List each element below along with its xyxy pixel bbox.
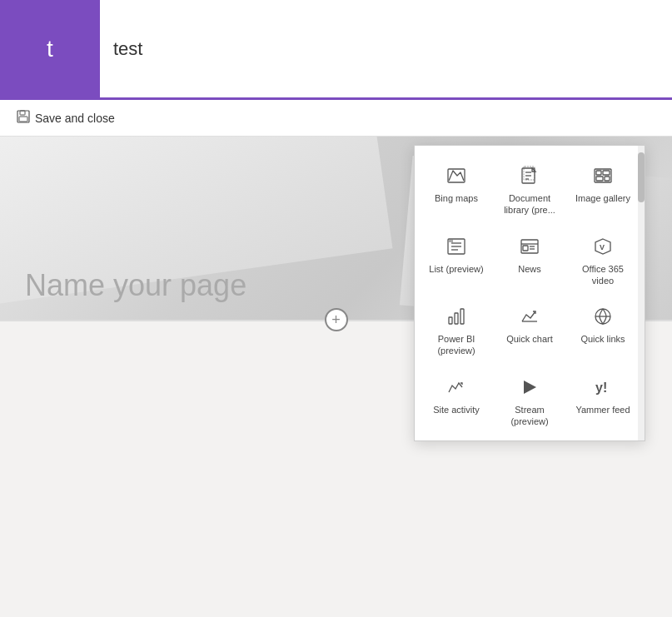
widget-label-news: News: [518, 263, 541, 275]
site-activity-icon: [446, 376, 466, 399]
svg-rect-27: [460, 309, 464, 324]
save-icon: [17, 110, 30, 127]
svg-rect-10: [596, 171, 601, 175]
widget-item-quick-chart[interactable]: Quick chart: [495, 296, 565, 364]
logo-letter: t: [47, 36, 53, 62]
widget-label-power-bi: Power BI (preview): [425, 333, 488, 357]
svg-rect-1: [20, 111, 25, 115]
yammer-feed-icon: y!: [593, 376, 613, 399]
scrollbar-track: [638, 146, 645, 440]
svg-rect-2: [19, 117, 27, 122]
page-area: Name your page + Bing maps Document libr…: [0, 137, 672, 617]
widget-label-office365-video: Office 365 video: [571, 263, 635, 287]
save-close-button[interactable]: Save and close: [10, 107, 122, 130]
widget-item-power-bi[interactable]: Power BI (preview): [421, 296, 491, 364]
site-title: test: [113, 38, 142, 60]
svg-rect-12: [596, 177, 603, 181]
widget-item-quick-links[interactable]: Quick links: [568, 296, 638, 364]
widget-item-document-library[interactable]: Document library (pre...: [495, 156, 565, 223]
widget-item-news[interactable]: News: [495, 226, 565, 294]
image-gallery-icon: [593, 164, 613, 187]
quick-chart-icon: [520, 305, 540, 328]
widget-label-image-gallery: Image gallery: [575, 192, 630, 204]
toolbar: Save and close: [0, 100, 672, 137]
svg-rect-11: [603, 171, 610, 175]
widget-label-quick-chart: Quick chart: [506, 333, 553, 345]
list-icon: [446, 235, 466, 258]
widget-item-list[interactable]: List (preview): [421, 226, 491, 294]
bing-maps-icon: [446, 164, 466, 187]
widget-label-site-activity: Site activity: [433, 404, 480, 415]
widget-item-bing-maps[interactable]: Bing maps: [421, 156, 491, 223]
widget-item-site-activity[interactable]: Site activity: [421, 367, 491, 435]
power-bi-icon: [446, 305, 466, 328]
svg-rect-21: [523, 246, 528, 251]
save-close-label: Save and close: [35, 112, 115, 125]
widget-item-image-gallery[interactable]: Image gallery: [568, 156, 638, 223]
widget-item-office365-video[interactable]: V Office 365 video: [568, 226, 638, 294]
scrollbar-thumb[interactable]: [638, 152, 645, 202]
svg-rect-26: [455, 313, 458, 324]
widget-panel: Bing maps Document library (pre... Image…: [414, 145, 645, 441]
quick-links-icon: [593, 305, 613, 328]
widget-item-yammer-feed[interactable]: y! Yammer feed: [568, 367, 638, 435]
page-name-placeholder: Name your page: [25, 268, 246, 303]
office365-video-icon: V: [593, 235, 613, 258]
svg-text:V: V: [600, 243, 605, 251]
document-library-icon: [520, 164, 540, 187]
svg-rect-25: [449, 317, 452, 324]
widget-label-list: List (preview): [429, 263, 483, 275]
svg-rect-13: [605, 177, 610, 181]
widget-label-document-library: Document library (pre...: [498, 192, 561, 216]
logo-box: t: [0, 0, 100, 99]
svg-text:y!: y!: [595, 381, 607, 395]
news-icon: [520, 235, 540, 258]
widget-label-stream: Stream (preview): [498, 404, 561, 428]
stream-icon: [520, 376, 540, 399]
widget-label-bing-maps: Bing maps: [435, 192, 478, 204]
widget-label-yammer-feed: Yammer feed: [575, 404, 630, 415]
header: t test: [0, 0, 672, 100]
add-widget-button[interactable]: +: [325, 308, 348, 331]
widget-label-quick-links: Quick links: [580, 333, 625, 345]
widget-grid: Bing maps Document library (pre... Image…: [421, 156, 638, 434]
svg-rect-18: [449, 240, 453, 242]
widget-item-stream[interactable]: Stream (preview): [495, 367, 565, 435]
svg-marker-31: [524, 381, 536, 394]
